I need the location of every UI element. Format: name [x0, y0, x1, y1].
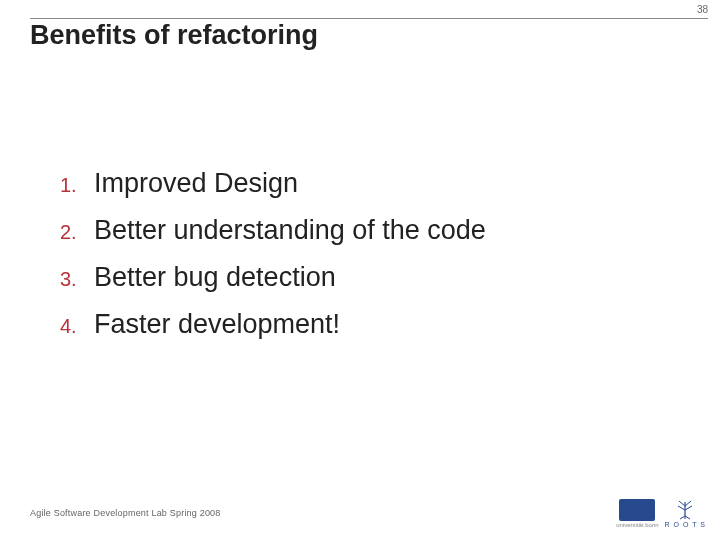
tree-icon: [674, 498, 696, 520]
list-item: 4. Faster development!: [60, 309, 660, 340]
svg-line-6: [685, 516, 690, 519]
slide-title: Benefits of refactoring: [30, 20, 318, 51]
uni-logo-label: universität bonn: [616, 522, 658, 528]
benefits-list: 1. Improved Design 2. Better understandi…: [60, 168, 660, 356]
svg-line-1: [679, 501, 685, 506]
uni-logo-box: [619, 499, 655, 521]
roots-logo: R O O T S: [665, 498, 706, 528]
title-rule: [30, 18, 708, 19]
list-text: Better bug detection: [94, 262, 336, 293]
slide: 38 Benefits of refactoring 1. Improved D…: [0, 0, 720, 540]
footer-logo: universität bonn R O O T S: [616, 498, 706, 528]
list-text: Improved Design: [94, 168, 298, 199]
list-text: Better understanding of the code: [94, 215, 486, 246]
page-number: 38: [697, 4, 708, 15]
list-item: 1. Improved Design: [60, 168, 660, 199]
svg-line-4: [685, 506, 692, 510]
svg-line-3: [678, 506, 685, 510]
svg-line-2: [685, 501, 691, 506]
footer-text: Agile Software Development Lab Spring 20…: [30, 508, 221, 518]
list-text: Faster development!: [94, 309, 340, 340]
roots-label: R O O T S: [665, 521, 706, 528]
svg-line-5: [680, 516, 685, 519]
list-number: 4.: [60, 315, 94, 338]
list-item: 2. Better understanding of the code: [60, 215, 660, 246]
list-number: 3.: [60, 268, 94, 291]
list-item: 3. Better bug detection: [60, 262, 660, 293]
uni-logo: universität bonn: [616, 499, 658, 528]
list-number: 1.: [60, 174, 94, 197]
list-number: 2.: [60, 221, 94, 244]
